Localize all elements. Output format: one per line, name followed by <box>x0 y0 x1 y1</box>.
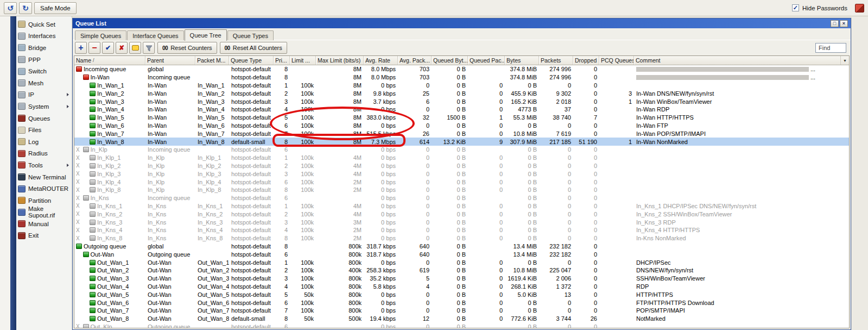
sidebar-item-partition[interactable]: Partition <box>16 195 72 207</box>
table-row[interactable]: Outgoing queueglobalhotspot-default8800k… <box>74 242 849 251</box>
sidebar-item-make-supout-rif[interactable]: Make Supout.rif <box>16 207 72 219</box>
column-header-pcq[interactable]: PCQ Queues <box>599 56 634 65</box>
column-header-limit[interactable]: Limit ... <box>290 56 316 65</box>
table-row[interactable]: XIn_Klp_2In_KlpIn_Klp_2hotspot-default21… <box>74 162 849 170</box>
table-row[interactable]: In_Wan_1In-WanIn_Wan_1hotspot-default110… <box>74 82 849 90</box>
safe-mode-button[interactable]: Safe Mode <box>34 2 77 14</box>
column-header-name[interactable]: Name/ <box>74 56 145 65</box>
column-header-priority[interactable]: Pri... <box>274 56 290 65</box>
sidebar-item-interfaces[interactable]: Interfaces <box>16 30 72 42</box>
cell-queued_packets <box>468 242 505 251</box>
comment-button[interactable] <box>129 42 141 54</box>
cell-priority: 8 <box>274 138 290 146</box>
table-row[interactable]: Out_Wan_3Out-WanOut_Wan_3hotspot-default… <box>74 275 849 283</box>
sidebar-item-tools[interactable]: Tools <box>16 159 72 171</box>
table-row[interactable]: In_Wan_8In-WanIn_Wan_8default-small8100k… <box>74 138 849 146</box>
sidebar-item-new-terminal[interactable]: New Terminal <box>16 171 72 183</box>
table-row[interactable]: XIn_KnsIncoming queuehotspot-default60 b… <box>74 194 849 202</box>
restore-button[interactable]: □ <box>831 20 839 27</box>
submenu-arrow-icon <box>67 164 69 167</box>
sidebar-item-manual[interactable]: Manual <box>16 218 72 230</box>
table-row[interactable]: XOut_KlpOutgoing queuehotspot-default60 … <box>74 323 849 328</box>
find-input[interactable]: Find <box>815 43 846 53</box>
table-row[interactable]: XIn_Kns_3In_KnsIn_Kns_3hotspot-default31… <box>74 218 849 226</box>
table-row[interactable]: XIn_KlpIncoming queuehotspot-default60 b… <box>74 146 849 154</box>
table-row[interactable]: Out_Wan_6Out-WanOut_Wan_6hotspot-default… <box>74 298 849 307</box>
sidebar-item-radius[interactable]: Radius <box>16 148 72 160</box>
cell-max_limit: 8M <box>316 89 364 97</box>
filter-button[interactable] <box>143 42 155 54</box>
table-row[interactable]: In-WanIncoming queuehotspot-default88M8.… <box>74 73 849 82</box>
tab-simple-queues[interactable]: Simple Queues <box>75 30 126 40</box>
cell-bytes: 307.9 MiB <box>505 138 539 146</box>
sidebar-item-exit[interactable]: Exit <box>16 230 72 242</box>
column-header-queue_type[interactable]: Queue Type <box>229 56 274 65</box>
table-row[interactable]: XIn_Klp_1In_KlpIn_Klp_1hotspot-default11… <box>74 154 849 162</box>
terminal-icon <box>18 173 26 180</box>
sidebar-item-metarouter[interactable]: MetaROUTER <box>16 183 72 195</box>
column-header-parent[interactable]: Parent <box>145 56 195 65</box>
disable-button[interactable]: ✘ <box>116 42 128 54</box>
table-row[interactable]: XIn_Kns_2In_KnsIn_Kns_2hotspot-default21… <box>74 210 849 218</box>
column-header-comment[interactable]: Comment <box>634 56 850 65</box>
sidebar-item-ppp[interactable]: PPP <box>16 54 72 66</box>
tab-queue-tree[interactable]: Queue Tree <box>185 29 227 41</box>
column-header-bytes[interactable]: Bytes <box>505 56 539 65</box>
sidebar-item-bridge[interactable]: Bridge <box>16 42 72 54</box>
table-row[interactable]: Incoming queueglobalhotspot-default88M8.… <box>74 65 849 73</box>
table-row[interactable]: In_Wan_5In-WanIn_Wan_5hotspot-default510… <box>74 114 849 122</box>
table-row[interactable]: In_Wan_3In-WanIn_Wan_3hotspot-default310… <box>74 97 849 105</box>
column-header-queued_bytes[interactable]: Queued Byt... <box>432 56 468 65</box>
reset-counters-button[interactable]: 00 Reset Counters <box>157 42 217 54</box>
table-row[interactable]: Out_Wan_8Out-WanOut_Wan_8default-small85… <box>74 315 849 323</box>
close-button[interactable]: × <box>840 20 848 27</box>
table-row[interactable]: Out_Wan_1Out-WanOut_Wan_1hotspot-default… <box>74 258 849 266</box>
table-row[interactable]: XIn_Kns_4In_KnsIn_Kns_4hotspot-default41… <box>74 226 849 234</box>
table-row[interactable]: XIn_Klp_4In_KlpIn_Klp_4hotspot-default61… <box>74 178 849 186</box>
table-row[interactable]: In_Wan_7In-WanIn_Wan_7hotspot-default710… <box>74 129 849 138</box>
table-row[interactable]: In_Wan_6In-WanIn_Wan_6hotspot-default610… <box>74 122 849 130</box>
table-row[interactable]: Out_Wan_5Out-WanOut_Wan_5hotspot-default… <box>74 290 849 298</box>
column-header-packet_marks[interactable]: Packet M... <box>195 56 229 65</box>
cell-queued_bytes: 0 B <box>432 275 468 283</box>
undo-button[interactable]: ↺ <box>4 2 17 14</box>
sidebar-item-system[interactable]: System <box>16 101 72 113</box>
sidebar-item-mesh[interactable]: Mesh <box>16 77 72 89</box>
sidebar-item-switch[interactable]: Switch <box>16 65 72 77</box>
sidebar-item-log[interactable]: Log <box>16 136 72 148</box>
cell-avg_packet: 0 <box>398 210 432 218</box>
remove-button[interactable]: − <box>88 42 100 54</box>
column-header-avg_packet[interactable]: Avg. Pack... <box>398 56 432 65</box>
column-header-packets[interactable]: Packets <box>539 56 573 65</box>
column-header-queued_packets[interactable]: Queued Pac... <box>468 56 505 65</box>
table-row[interactable]: XIn_Klp_8In_KlpIn_Klp_8hotspot-default81… <box>74 186 849 194</box>
tab-interface-queues[interactable]: Interface Queues <box>127 30 183 40</box>
hide-passwords-checkbox[interactable]: ✓ <box>792 4 799 11</box>
column-header-max_limit[interactable]: Max Limit (bits/s) <box>316 56 364 65</box>
column-header-avg_rate[interactable]: Avg. Rate <box>364 56 398 65</box>
table-row[interactable]: In_Wan_2In-WanIn_Wan_2hotspot-default210… <box>74 89 849 97</box>
table-row[interactable]: XIn_Kns_1In_KnsIn_Kns_1hotspot-default11… <box>74 202 849 210</box>
disabled-marker: X <box>76 155 80 161</box>
table-row[interactable]: XIn_Klp_3In_KlpIn_Klp_3hotspot-default31… <box>74 170 849 178</box>
sidebar-item-files[interactable]: Files <box>16 124 72 136</box>
window-title-bar[interactable]: Queue List □ × <box>73 18 851 28</box>
table-row[interactable]: In_Wan_4In-WanIn_Wan_4hotspot-default410… <box>74 105 849 114</box>
tab-queue-types[interactable]: Queue Types <box>227 30 274 40</box>
add-button[interactable]: + <box>75 42 87 54</box>
reset-all-counters-button[interactable]: 00 Reset All Counters <box>220 42 287 54</box>
table-row[interactable]: Out_Wan_2Out-WanOut_Wan_2hotspot-default… <box>74 266 849 275</box>
table-row[interactable]: Out-WanOutgoing queuehotspot-default6800… <box>74 250 849 258</box>
sidebar-item-queues[interactable]: Queues <box>16 113 72 124</box>
sidebar-item-quick-set[interactable]: Quick Set <box>16 18 72 30</box>
enable-button[interactable]: ✔ <box>102 42 114 54</box>
column-header-dropped[interactable]: Dropped <box>573 56 599 65</box>
table-row[interactable]: XIn_Kns_8In_KnsIn_Kns_8hotspot-default81… <box>74 234 849 242</box>
sidebar-item-ip[interactable]: IP <box>16 89 72 101</box>
cell-dropped: 0 <box>573 129 599 138</box>
redo-button[interactable]: ↻ <box>19 2 32 14</box>
column-menu-button[interactable]: ▼ <box>840 56 849 65</box>
table-row[interactable]: Out_Wan_7Out-WanOut_Wan_7hotspot-default… <box>74 307 849 315</box>
cell-name: In_Wan_3 <box>74 97 145 105</box>
table-row[interactable]: Out_Wan_4Out-WanOut_Wan_4hotspot-default… <box>74 283 849 291</box>
